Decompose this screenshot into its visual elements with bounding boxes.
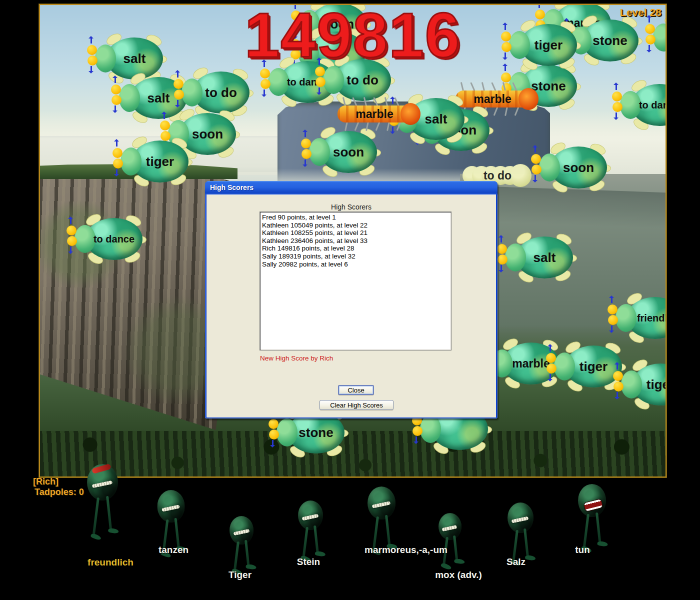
- tadpole-tanzen[interactable]: [158, 490, 185, 522]
- beetle[interactable]: [646, 16, 666, 60]
- antenna-icon: [177, 100, 178, 106]
- tadpole-mouth: [162, 504, 180, 512]
- tadpole-mouth: [512, 516, 529, 523]
- beetle-tiger[interactable]: tiger: [547, 344, 623, 388]
- tadpole-leg: [314, 526, 319, 554]
- beetle-tiger[interactable]: tiger: [502, 23, 578, 67]
- creature-word: tiger: [132, 140, 188, 182]
- beetle-eye: [66, 226, 76, 236]
- beetle-eye: [112, 95, 122, 105]
- antenna-icon: [538, 4, 540, 8]
- tadpole-head: [508, 502, 534, 533]
- score-entry[interactable]: Sally 20982 points, at level 6: [262, 260, 451, 268]
- antenna-icon: [616, 84, 617, 90]
- tadpole-leg: [596, 512, 602, 544]
- score-display: 149816: [244, 4, 460, 72]
- dialog-title: High Scorers: [210, 184, 254, 192]
- creature-word: tiger: [632, 364, 666, 406]
- antenna-icon: [114, 77, 116, 83]
- tadpole-mouth: [302, 514, 319, 520]
- tadpole-leg: [385, 515, 391, 546]
- tadpole-leg: [582, 514, 589, 549]
- close-button[interactable]: Close: [338, 385, 374, 395]
- antenna-icon: [90, 66, 92, 72]
- tadpole-mouth: [92, 480, 112, 488]
- tadpole-marmoreus-a-um[interactable]: [368, 486, 396, 520]
- beetle-salt[interactable]: salt: [88, 36, 164, 80]
- word-label-mox-adv-: mox (adv.): [435, 570, 482, 580]
- tadpole-head: [578, 484, 606, 517]
- antenna-icon: [70, 218, 72, 224]
- beetle-eye: [531, 154, 541, 164]
- beetle-eye: [111, 84, 121, 94]
- beetle-eye: [546, 364, 556, 374]
- beetle-eye: [501, 32, 511, 42]
- beetle-eye: [112, 148, 122, 158]
- beetle-eye: [316, 77, 326, 87]
- score-entry[interactable]: Rich 149816 points, at level 28: [262, 244, 451, 252]
- antenna-icon: [318, 88, 320, 94]
- high-scores-listbox[interactable]: Fred 90 points, at level 1Kathleen 10504…: [260, 212, 452, 350]
- player-name-label: [Rich]: [33, 476, 58, 487]
- beetle-eye: [87, 45, 97, 55]
- tadpole-leg: [234, 542, 240, 572]
- clear-high-scores-button[interactable]: Clear High Scores: [320, 400, 394, 410]
- new-high-score-message: New High Score by Rich: [260, 354, 333, 362]
- beetle-eye: [301, 138, 311, 148]
- antenna-icon: [616, 392, 618, 398]
- beetle-to-dance[interactable]: to dance: [613, 83, 666, 127]
- tadpole-freundlich[interactable]: [87, 464, 118, 500]
- tadpole-leg: [92, 498, 100, 536]
- tadpole-Salz[interactable]: [508, 502, 534, 533]
- antenna-icon: [500, 236, 502, 242]
- tadpole-Stein[interactable]: [298, 500, 323, 530]
- creature-word: to dance: [86, 218, 142, 260]
- score-entry[interactable]: Sally 189319 points, at level 32: [262, 252, 451, 260]
- beetle-eye: [645, 24, 655, 34]
- antenna-icon: [648, 45, 650, 51]
- antenna-icon: [272, 440, 274, 446]
- beetle-tiger[interactable]: tiger: [614, 362, 666, 406]
- tadpole-head: [158, 490, 185, 522]
- beetle-eye: [532, 164, 542, 174]
- high-scorers-dialog: High Scorers High Scorers Fred 90 points…: [205, 181, 498, 418]
- creature-word: to do: [192, 72, 250, 114]
- tadpole-mouth: [584, 498, 604, 512]
- dialog-titlebar[interactable]: High Scorers: [205, 181, 498, 194]
- score-entry[interactable]: Kathleen 108255 points, at level 21: [262, 229, 451, 237]
- beetle-soon[interactable]: soon: [302, 130, 378, 174]
- tadpole-Tiger[interactable]: [230, 516, 254, 544]
- beetle-tiger[interactable]: tiger: [114, 140, 190, 184]
- tadpole-mox-adv-[interactable]: [438, 513, 462, 540]
- score-entry[interactable]: Fred 90 points, at level 1: [262, 214, 451, 222]
- tadpole-tun[interactable]: [578, 484, 606, 517]
- antenna-icon: [611, 297, 612, 303]
- beetle-eye: [302, 149, 312, 159]
- screen: { "hud": { "score": "149816", "level_lab…: [0, 0, 700, 600]
- beetle-to-dance[interactable]: to dance: [68, 217, 144, 261]
- score-entry[interactable]: Kathleen 236406 points, at level 33: [262, 237, 451, 245]
- beetle-to-do[interactable]: to do: [174, 70, 250, 114]
- antenna-icon: [177, 72, 178, 78]
- score-entry[interactable]: Kathleen 105049 points, at level 22: [262, 222, 451, 230]
- antenna-icon: [114, 106, 116, 112]
- beetle-eye: [535, 10, 545, 20]
- antenna-icon: [90, 38, 92, 44]
- beetle-salt[interactable]: salt: [498, 236, 574, 280]
- antenna-icon: [304, 131, 306, 137]
- antenna-icon: [504, 24, 506, 30]
- word-label-Salz: Salz: [506, 556, 526, 568]
- beetle-soon[interactable]: soon: [532, 146, 608, 190]
- antenna-icon: [550, 374, 551, 380]
- tadpoles-count-label: Tadpoles: 0: [34, 487, 84, 498]
- antenna-icon: [416, 436, 417, 442]
- antenna-icon: [164, 113, 165, 119]
- beetle-eye: [608, 304, 618, 314]
- centipede-marble[interactable]: marble: [336, 96, 422, 132]
- level-indicator: Level 28: [620, 6, 662, 18]
- beetle-eye: [113, 158, 123, 168]
- tadpole-head: [87, 464, 118, 500]
- creature-word: stone: [582, 20, 638, 62]
- beetle-friendly[interactable]: friendly: [608, 296, 666, 340]
- tadpole-leg: [106, 496, 112, 531]
